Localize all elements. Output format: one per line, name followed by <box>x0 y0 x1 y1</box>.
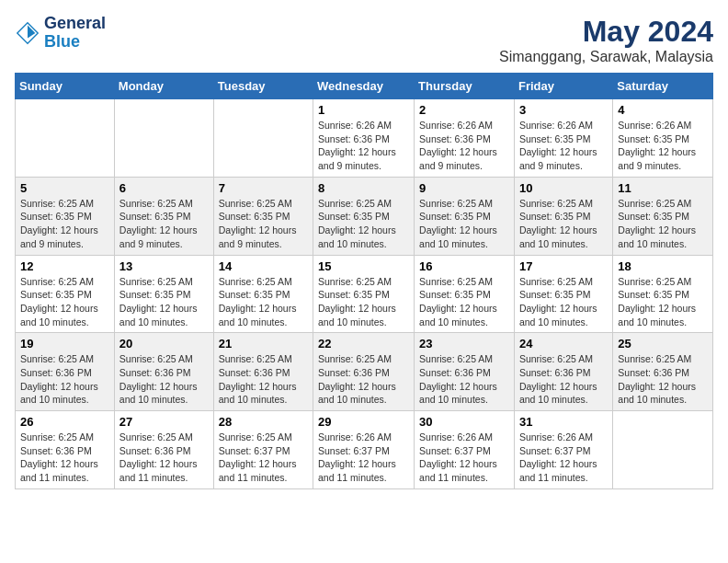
day-number: 29 <box>318 415 409 429</box>
calendar-cell: 20Sunrise: 6:25 AMSunset: 6:36 PMDayligh… <box>114 333 213 411</box>
calendar-cell <box>16 99 115 178</box>
day-number: 3 <box>519 103 608 117</box>
header-sunday: Sunday <box>16 74 115 99</box>
day-number: 18 <box>618 259 708 273</box>
day-number: 24 <box>519 337 608 350</box>
logo: General Blue <box>15 15 106 52</box>
header-thursday: Thursday <box>415 74 515 99</box>
day-number: 6 <box>119 181 209 195</box>
day-info: Sunrise: 6:25 AMSunset: 6:35 PMDaylight:… <box>618 197 708 251</box>
calendar-cell: 4Sunrise: 6:26 AMSunset: 6:35 PMDaylight… <box>613 99 713 178</box>
day-info: Sunrise: 6:26 AMSunset: 6:35 PMDaylight:… <box>519 119 608 173</box>
calendar-cell: 15Sunrise: 6:25 AMSunset: 6:35 PMDayligh… <box>313 255 415 333</box>
header-monday: Monday <box>114 74 213 99</box>
day-number: 12 <box>20 259 109 273</box>
header-saturday: Saturday <box>613 74 713 99</box>
header-wednesday: Wednesday <box>313 74 415 99</box>
day-number: 25 <box>618 337 708 350</box>
day-info: Sunrise: 6:25 AMSunset: 6:37 PMDaylight:… <box>219 431 308 485</box>
week-row-5: 26Sunrise: 6:25 AMSunset: 6:36 PMDayligh… <box>16 411 713 489</box>
calendar-cell: 24Sunrise: 6:25 AMSunset: 6:36 PMDayligh… <box>514 333 612 411</box>
day-info: Sunrise: 6:25 AMSunset: 6:36 PMDaylight:… <box>20 431 109 485</box>
week-row-4: 19Sunrise: 6:25 AMSunset: 6:36 PMDayligh… <box>16 333 713 411</box>
day-info: Sunrise: 6:25 AMSunset: 6:35 PMDaylight:… <box>318 197 409 251</box>
calendar-cell: 2Sunrise: 6:26 AMSunset: 6:36 PMDaylight… <box>415 99 515 178</box>
calendar-cell: 30Sunrise: 6:26 AMSunset: 6:37 PMDayligh… <box>415 411 515 489</box>
day-number: 14 <box>219 259 308 273</box>
calendar-table: SundayMondayTuesdayWednesdayThursdayFrid… <box>15 73 713 489</box>
main-title: May 2024 <box>499 15 713 49</box>
day-info: Sunrise: 6:25 AMSunset: 6:36 PMDaylight:… <box>419 352 509 407</box>
day-number: 8 <box>318 181 409 195</box>
calendar-cell <box>114 99 213 178</box>
day-info: Sunrise: 6:25 AMSunset: 6:36 PMDaylight:… <box>119 352 209 407</box>
calendar-cell: 23Sunrise: 6:25 AMSunset: 6:36 PMDayligh… <box>415 333 515 411</box>
day-number: 5 <box>20 181 109 195</box>
calendar-cell: 5Sunrise: 6:25 AMSunset: 6:35 PMDaylight… <box>16 177 115 255</box>
day-number: 22 <box>318 337 409 350</box>
day-number: 9 <box>419 181 509 195</box>
calendar-cell: 12Sunrise: 6:25 AMSunset: 6:35 PMDayligh… <box>16 255 115 333</box>
day-number: 2 <box>419 103 509 117</box>
week-row-2: 5Sunrise: 6:25 AMSunset: 6:35 PMDaylight… <box>16 177 713 255</box>
calendar-cell: 26Sunrise: 6:25 AMSunset: 6:36 PMDayligh… <box>16 411 115 489</box>
calendar-cell: 10Sunrise: 6:25 AMSunset: 6:35 PMDayligh… <box>514 177 612 255</box>
day-number: 13 <box>119 259 209 273</box>
calendar-cell: 27Sunrise: 6:25 AMSunset: 6:36 PMDayligh… <box>114 411 213 489</box>
calendar-cell: 13Sunrise: 6:25 AMSunset: 6:35 PMDayligh… <box>114 255 213 333</box>
day-number: 21 <box>219 337 308 350</box>
week-row-3: 12Sunrise: 6:25 AMSunset: 6:35 PMDayligh… <box>16 255 713 333</box>
day-info: Sunrise: 6:25 AMSunset: 6:35 PMDaylight:… <box>20 275 109 329</box>
logo-text: General Blue <box>44 15 106 52</box>
header-row: SundayMondayTuesdayWednesdayThursdayFrid… <box>16 74 713 99</box>
day-info: Sunrise: 6:25 AMSunset: 6:36 PMDaylight:… <box>219 352 308 407</box>
calendar-cell: 9Sunrise: 6:25 AMSunset: 6:35 PMDaylight… <box>415 177 515 255</box>
calendar-cell: 17Sunrise: 6:25 AMSunset: 6:35 PMDayligh… <box>514 255 612 333</box>
day-info: Sunrise: 6:25 AMSunset: 6:35 PMDaylight:… <box>318 275 409 329</box>
header-friday: Friday <box>514 74 612 99</box>
day-info: Sunrise: 6:26 AMSunset: 6:35 PMDaylight:… <box>618 119 708 173</box>
day-info: Sunrise: 6:25 AMSunset: 6:35 PMDaylight:… <box>419 275 509 329</box>
calendar-cell: 21Sunrise: 6:25 AMSunset: 6:36 PMDayligh… <box>213 333 313 411</box>
day-number: 27 <box>119 415 209 429</box>
calendar-cell: 29Sunrise: 6:26 AMSunset: 6:37 PMDayligh… <box>313 411 415 489</box>
day-info: Sunrise: 6:25 AMSunset: 6:36 PMDaylight:… <box>618 352 708 407</box>
day-info: Sunrise: 6:25 AMSunset: 6:35 PMDaylight:… <box>219 275 308 329</box>
calendar-cell: 28Sunrise: 6:25 AMSunset: 6:37 PMDayligh… <box>213 411 313 489</box>
day-number: 28 <box>219 415 308 429</box>
day-info: Sunrise: 6:26 AMSunset: 6:37 PMDaylight:… <box>318 431 409 485</box>
day-number: 16 <box>419 259 509 273</box>
calendar-cell: 19Sunrise: 6:25 AMSunset: 6:36 PMDayligh… <box>16 333 115 411</box>
subtitle: Simanggang, Sarawak, Malaysia <box>499 49 713 65</box>
logo-line2: Blue <box>44 33 106 52</box>
calendar-cell: 11Sunrise: 6:25 AMSunset: 6:35 PMDayligh… <box>613 177 713 255</box>
day-number: 1 <box>318 103 409 117</box>
calendar-cell: 25Sunrise: 6:25 AMSunset: 6:36 PMDayligh… <box>613 333 713 411</box>
calendar-header: SundayMondayTuesdayWednesdayThursdayFrid… <box>16 74 713 99</box>
day-number: 17 <box>519 259 608 273</box>
calendar-body: 1Sunrise: 6:26 AMSunset: 6:36 PMDaylight… <box>16 99 713 489</box>
day-info: Sunrise: 6:25 AMSunset: 6:35 PMDaylight:… <box>419 197 509 251</box>
calendar-cell: 16Sunrise: 6:25 AMSunset: 6:35 PMDayligh… <box>415 255 515 333</box>
day-info: Sunrise: 6:26 AMSunset: 6:37 PMDaylight:… <box>519 431 608 485</box>
day-info: Sunrise: 6:25 AMSunset: 6:36 PMDaylight:… <box>318 352 409 407</box>
calendar-cell: 6Sunrise: 6:25 AMSunset: 6:35 PMDaylight… <box>114 177 213 255</box>
day-number: 26 <box>20 415 109 429</box>
day-info: Sunrise: 6:26 AMSunset: 6:36 PMDaylight:… <box>419 119 509 173</box>
day-number: 10 <box>519 181 608 195</box>
logo-icon <box>15 20 40 46</box>
calendar-cell <box>613 411 713 489</box>
day-info: Sunrise: 6:25 AMSunset: 6:35 PMDaylight:… <box>119 197 209 251</box>
day-info: Sunrise: 6:25 AMSunset: 6:35 PMDaylight:… <box>20 197 109 251</box>
day-info: Sunrise: 6:25 AMSunset: 6:35 PMDaylight:… <box>618 275 708 329</box>
day-info: Sunrise: 6:25 AMSunset: 6:35 PMDaylight:… <box>219 197 308 251</box>
day-info: Sunrise: 6:25 AMSunset: 6:35 PMDaylight:… <box>519 197 608 251</box>
day-info: Sunrise: 6:26 AMSunset: 6:36 PMDaylight:… <box>318 119 409 173</box>
calendar-cell: 18Sunrise: 6:25 AMSunset: 6:35 PMDayligh… <box>613 255 713 333</box>
calendar-cell: 31Sunrise: 6:26 AMSunset: 6:37 PMDayligh… <box>514 411 612 489</box>
day-number: 11 <box>618 181 708 195</box>
day-number: 4 <box>618 103 708 117</box>
day-number: 30 <box>419 415 509 429</box>
calendar-cell <box>213 99 313 178</box>
logo-line1: General <box>44 15 106 33</box>
